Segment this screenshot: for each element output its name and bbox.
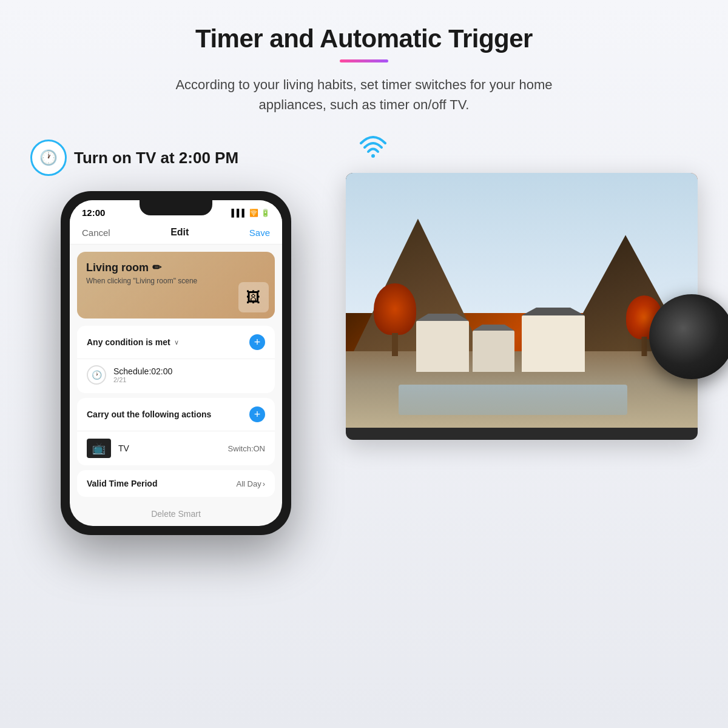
roof-1 xyxy=(416,314,469,321)
right-side xyxy=(346,140,698,440)
condition-label: Any condition is met xyxy=(87,337,170,347)
nav-cancel-button[interactable]: Cancel xyxy=(82,228,110,238)
main-title: Timer and Automatic Trigger xyxy=(0,24,728,53)
left-side: 🕐 Turn on TV at 2:00 PM 12:00 ▌▌▌ 🛜 🔋 xyxy=(30,140,322,535)
scene-card[interactable]: Living room ✏ When clicking "Living room… xyxy=(77,252,275,318)
clock-icon-container: 🕐 xyxy=(30,140,67,176)
tv-screen xyxy=(346,173,698,440)
tree-trunk-left xyxy=(392,333,398,356)
add-condition-button[interactable]: + xyxy=(249,334,265,350)
valid-time-period[interactable]: Valid Time Period All Day › xyxy=(77,470,275,497)
building-1 xyxy=(416,321,469,372)
title-underline xyxy=(340,59,388,62)
tv-icon-box: 📺 xyxy=(87,439,111,458)
tv-action-item[interactable]: 📺 TV Switch:ON xyxy=(77,431,275,465)
tv-base xyxy=(346,428,698,440)
signal-icon: ▌▌▌ xyxy=(231,209,247,217)
schedule-item-text: Schedule:02:00 2/21 xyxy=(113,366,172,383)
all-day-text: All Day xyxy=(236,479,261,488)
app-nav: Cancel Edit Save xyxy=(70,221,282,244)
chevron-down-icon: ∨ xyxy=(174,339,179,346)
actions-section: Carry out the following actions + 📺 TV xyxy=(77,398,275,465)
plus-icon-2: + xyxy=(254,409,261,420)
actions-label: Carry out the following actions xyxy=(87,410,211,419)
content-area: 🕐 Turn on TV at 2:00 PM 12:00 ▌▌▌ 🛜 🔋 xyxy=(0,140,728,535)
building-3 xyxy=(522,315,585,371)
tv-item-left: 📺 TV xyxy=(87,439,129,458)
smart-hub-device xyxy=(649,294,728,379)
scene-image: 🖼 xyxy=(238,282,269,312)
roof-3 xyxy=(522,308,585,315)
tv-item-label: TV xyxy=(118,443,129,453)
chevron-right-icon: › xyxy=(263,479,265,488)
water-reflection xyxy=(399,385,627,415)
tree-left xyxy=(374,283,416,356)
tree-trunk-right xyxy=(642,337,647,356)
condition-section: Any condition is met ∨ + 🕐 Schedule:02:0… xyxy=(77,326,275,393)
tv-display-area xyxy=(346,173,698,440)
schedule-sub: 2/21 xyxy=(113,376,172,383)
tv-turn-on-label: 🕐 Turn on TV at 2:00 PM xyxy=(30,140,322,176)
delete-smart-button[interactable]: Delete Smart xyxy=(70,502,282,526)
status-time: 12:00 xyxy=(82,207,105,218)
add-action-button[interactable]: + xyxy=(249,406,265,422)
schedule-main: Schedule:02:00 xyxy=(113,366,172,376)
schedule-item[interactable]: 🕐 Schedule:02:00 2/21 xyxy=(77,359,275,393)
schedule-clock-icon: 🕐 xyxy=(87,365,106,385)
battery-icon: 🔋 xyxy=(261,209,270,217)
tree-foliage-left xyxy=(374,283,416,335)
phone-wrapper: 12:00 ▌▌▌ 🛜 🔋 Cancel Edit Save xyxy=(61,191,291,535)
wifi-status-icon: 🛜 xyxy=(249,209,258,217)
wifi-icon xyxy=(358,133,388,165)
phone-screen: 12:00 ▌▌▌ 🛜 🔋 Cancel Edit Save xyxy=(70,200,282,526)
svg-point-0 xyxy=(371,154,375,158)
building-2 xyxy=(473,331,515,371)
edit-icon: ✏ xyxy=(152,261,161,274)
actions-header: Carry out the following actions + xyxy=(77,398,275,431)
scene-title: Living room ✏ xyxy=(86,261,266,274)
subtitle: According to your living habits, set tim… xyxy=(152,75,576,115)
tv-label-text: Turn on TV at 2:00 PM xyxy=(74,149,238,167)
tv-icon: 📺 xyxy=(92,442,106,455)
scene-name: Living room xyxy=(86,261,149,274)
nav-save-button[interactable]: Save xyxy=(249,228,270,238)
tv-scene-background xyxy=(346,173,698,428)
valid-period-label: Valid Time Period xyxy=(87,479,157,488)
roof-2 xyxy=(473,325,515,331)
plus-icon: + xyxy=(254,337,261,348)
phone-notch xyxy=(140,200,212,215)
condition-header: Any condition is met ∨ + xyxy=(77,326,275,359)
condition-header-left: Any condition is met ∨ xyxy=(87,337,179,347)
tv-switch-action: Switch:ON xyxy=(228,444,265,453)
nav-edit-label: Edit xyxy=(170,227,189,238)
valid-period-value: All Day › xyxy=(236,479,265,488)
header-section: Timer and Automatic Trigger According to… xyxy=(0,0,728,115)
status-icons: ▌▌▌ 🛜 🔋 xyxy=(231,209,270,217)
phone-frame: 12:00 ▌▌▌ 🛜 🔋 Cancel Edit Save xyxy=(61,191,291,535)
clock-icon: 🕐 xyxy=(39,149,58,166)
